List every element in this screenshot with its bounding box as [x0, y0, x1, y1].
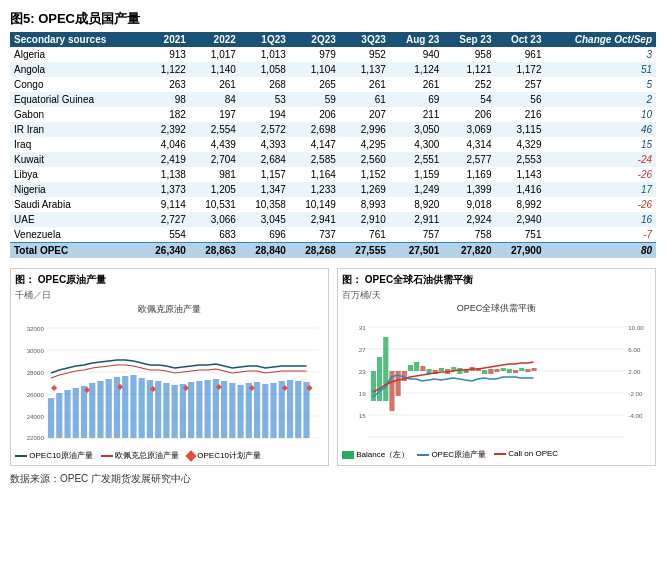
- change-value: 3: [545, 47, 656, 62]
- svg-rect-31: [205, 380, 211, 438]
- legend-opec-total: 欧佩克总原油产量: [101, 450, 179, 461]
- svg-rect-19: [106, 379, 112, 438]
- production-value: 10,531: [190, 197, 240, 212]
- svg-rect-41: [287, 380, 293, 438]
- section-title: 图5: OPEC成员国产量: [10, 10, 656, 28]
- country-name: Nigeria: [10, 182, 140, 197]
- table-row: UAE2,7273,0663,0452,9412,9102,9112,9242,…: [10, 212, 656, 227]
- svg-rect-27: [172, 385, 178, 438]
- production-value: 4,439: [190, 137, 240, 152]
- total-value: 28,268: [290, 243, 340, 259]
- total-value: 27,900: [495, 243, 545, 259]
- svg-text:19: 19: [359, 390, 366, 397]
- production-value: 3,050: [390, 122, 444, 137]
- svg-text:26000: 26000: [27, 391, 45, 398]
- production-value: 2,924: [443, 212, 495, 227]
- production-value: 758: [443, 227, 495, 243]
- chart-right-title: 图： OPEC全球石油供需平衡: [342, 273, 651, 287]
- svg-rect-14: [64, 390, 70, 438]
- production-value: 751: [495, 227, 545, 243]
- svg-text:6.00: 6.00: [628, 346, 641, 353]
- svg-rect-93: [519, 368, 524, 371]
- production-value: 4,329: [495, 137, 545, 152]
- production-value: 1,137: [340, 62, 390, 77]
- production-value: 54: [443, 92, 495, 107]
- svg-rect-28: [180, 384, 186, 438]
- production-value: 1,013: [240, 47, 290, 62]
- legend-opec-prod: OPEC原油产量: [417, 449, 486, 460]
- change-value: 17: [545, 182, 656, 197]
- table-row: IR Iran2,3922,5542,5722,6982,9963,0503,0…: [10, 122, 656, 137]
- country-name: Algeria: [10, 47, 140, 62]
- svg-rect-88: [488, 369, 493, 374]
- svg-rect-91: [507, 369, 512, 373]
- col-3q23: 3Q23: [340, 32, 390, 47]
- col-2022: 2022: [190, 32, 240, 47]
- production-value: 8,920: [390, 197, 444, 212]
- production-value: 4,147: [290, 137, 340, 152]
- svg-rect-42: [295, 381, 301, 438]
- country-name: IR Iran: [10, 122, 140, 137]
- table-row: Venezuela554683696737761757758751-7: [10, 227, 656, 243]
- svg-rect-25: [155, 381, 161, 438]
- chart-left-title: 图： OPEC原油产量: [15, 273, 324, 287]
- production-value: 1,159: [390, 167, 444, 182]
- production-value: 1,058: [240, 62, 290, 77]
- chart-left-legend: OPEC10原油产量 欧佩克总原油产量 OPEC10计划产量: [15, 450, 324, 461]
- production-value: 2,910: [340, 212, 390, 227]
- total-value: 27,501: [390, 243, 444, 259]
- col-aug23: Aug 23: [390, 32, 444, 47]
- production-value: 1,124: [390, 62, 444, 77]
- svg-rect-94: [525, 369, 530, 372]
- production-value: 1,169: [443, 167, 495, 182]
- chart-right-area: 31 27 23 19 15 10.00 6.00 2.00 -2.00 -4.…: [342, 317, 651, 447]
- opec-production-table: Secondary sources 2021 2022 1Q23 2Q23 3Q…: [10, 32, 656, 258]
- svg-rect-29: [188, 382, 194, 438]
- table-row: Equatorial Guinea98845359616954562: [10, 92, 656, 107]
- svg-rect-30: [196, 381, 202, 438]
- production-value: 2,560: [340, 152, 390, 167]
- svg-text:24000: 24000: [27, 413, 45, 420]
- production-value: 1,104: [290, 62, 340, 77]
- svg-rect-83: [457, 368, 462, 374]
- svg-rect-16: [81, 386, 87, 438]
- col-source: Secondary sources: [10, 32, 140, 47]
- production-value: 2,585: [290, 152, 340, 167]
- production-value: 940: [390, 47, 444, 62]
- production-value: 1,017: [190, 47, 240, 62]
- production-value: 9,018: [443, 197, 495, 212]
- production-value: 2,698: [290, 122, 340, 137]
- change-value: -7: [545, 227, 656, 243]
- svg-rect-21: [122, 376, 128, 438]
- production-value: 211: [390, 107, 444, 122]
- svg-rect-43: [303, 382, 309, 438]
- svg-text:10.00: 10.00: [628, 324, 644, 331]
- country-name: Libya: [10, 167, 140, 182]
- chart-right-legend: Balance（左） OPEC原油产量 Call on OPEC: [342, 449, 651, 460]
- chart-right-subtitle: OPEC全球供需平衡: [342, 302, 651, 315]
- total-value: 28,840: [240, 243, 290, 259]
- legend-opec-plan: OPEC10计划产量: [187, 450, 261, 461]
- production-value: 1,373: [140, 182, 190, 197]
- table-row: Nigeria1,3731,2051,3471,2331,2691,2491,3…: [10, 182, 656, 197]
- production-value: 61: [340, 92, 390, 107]
- production-value: 10,149: [290, 197, 340, 212]
- production-value: 206: [290, 107, 340, 122]
- production-value: 2,727: [140, 212, 190, 227]
- svg-text:32000: 32000: [27, 325, 45, 332]
- production-value: 53: [240, 92, 290, 107]
- svg-rect-23: [139, 378, 145, 438]
- production-value: 981: [190, 167, 240, 182]
- table-row: Angola1,1221,1401,0581,1041,1371,1241,12…: [10, 62, 656, 77]
- production-value: 84: [190, 92, 240, 107]
- svg-rect-35: [237, 385, 243, 438]
- svg-rect-37: [254, 382, 260, 438]
- production-value: 979: [290, 47, 340, 62]
- production-value: 4,314: [443, 137, 495, 152]
- production-value: 2,553: [495, 152, 545, 167]
- production-value: 194: [240, 107, 290, 122]
- production-value: 59: [290, 92, 340, 107]
- production-value: 2,941: [290, 212, 340, 227]
- col-sep23: Sep 23: [443, 32, 495, 47]
- production-value: 69: [390, 92, 444, 107]
